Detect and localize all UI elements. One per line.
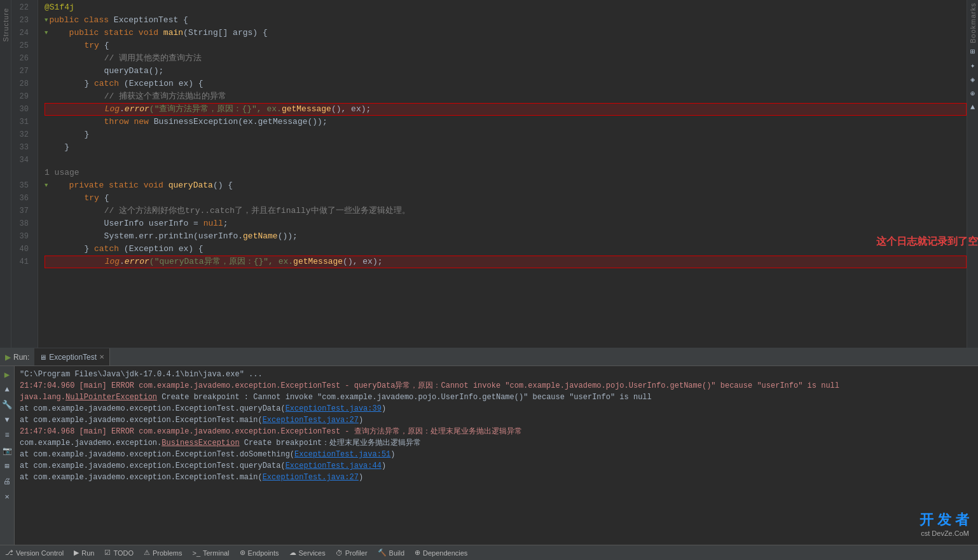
code-token: ;	[223, 217, 228, 230]
bookmark-icon-4[interactable]: ⊕	[967, 88, 979, 99]
stack-link[interactable]: ExceptionTest.java:39	[286, 404, 382, 413]
scroll-down-button[interactable]: ▼	[1, 414, 13, 426]
bookmark-icon-3[interactable]: ◈	[967, 74, 979, 85]
fold-marker[interactable]: ▼	[45, 14, 48, 27]
fold-marker[interactable]: ▼	[45, 27, 48, 39]
status-item-profiler[interactable]: ⏱Profiler	[336, 549, 368, 557]
run-tab-label: ▶ Run:	[0, 353, 34, 362]
camera-icon[interactable]: 📷	[1, 445, 13, 456]
status-item-build[interactable]: 🔨Build	[378, 549, 404, 557]
run-button[interactable]: ▶	[1, 369, 13, 380]
scroll-up-button[interactable]: ▲	[1, 384, 13, 395]
line-number: 31	[11, 116, 32, 128]
bookmark-icon[interactable]: ⊞	[967, 46, 979, 57]
run-output-line: com.example.javademo.exception.BusinessE…	[20, 437, 973, 449]
wrench-icon[interactable]: 🔧	[1, 399, 13, 411]
code-token: .	[120, 256, 125, 268]
status-item-services[interactable]: ☁Services	[289, 549, 326, 557]
stack-link[interactable]: ExceptionTest.java:44	[286, 461, 382, 470]
line-number: 23	[11, 14, 32, 27]
status-item-version-control[interactable]: ⎇Version Control	[5, 549, 64, 557]
services-label: Services	[299, 549, 326, 557]
code-token: queryData	[169, 179, 213, 192]
status-item-dependencies[interactable]: ⊕Dependencies	[415, 549, 467, 557]
stack-post: )	[382, 461, 386, 470]
close-icon[interactable]: ✕	[1, 491, 13, 502]
code-line: Log.error("查询方法异常，原因：{}", ex.getMessage(…	[45, 103, 967, 116]
line-number: 41	[11, 256, 32, 268]
code-token: () {	[213, 179, 233, 192]
run-output-line: 21:47:04.968 [main] ERROR com.example.ja…	[20, 426, 973, 437]
status-item-todo[interactable]: ☑TODO	[104, 549, 134, 557]
exception-link[interactable]: NullPointerException	[65, 393, 157, 402]
code-line: } catch (Exception ex) {	[45, 243, 967, 256]
code-line: ▼public class ExceptionTest {	[45, 14, 967, 27]
code-line: } catch (Exception ex) {	[45, 78, 967, 90]
status-item-endpoints[interactable]: ⊛Endpoints	[240, 549, 279, 557]
code-token: private	[49, 179, 109, 192]
code-line: // 捕获这个查询方法抛出的异常	[45, 90, 967, 103]
code-token: ());	[278, 230, 298, 243]
code-line: try {	[45, 192, 967, 205]
endpoints-label: Endpoints	[248, 549, 279, 557]
services-icon: ☁	[289, 549, 296, 557]
problems-label: Problems	[153, 549, 182, 557]
line-number: 36	[11, 192, 32, 205]
biz-exception-link[interactable]: BusinessException	[162, 439, 239, 447]
stack-pre: at com.example.javademo.exception.Except…	[20, 461, 286, 470]
status-item-run[interactable]: ▶Run	[74, 549, 94, 557]
bookmark-icon-2[interactable]: ✦	[967, 60, 979, 71]
code-token: 1 usage	[45, 167, 79, 179]
bookmarks-label: Bookmarks	[969, 3, 977, 43]
bookmarks-sidebar: Bookmarks ⊞ ✦ ◈ ⊕ ▲	[967, 0, 978, 348]
code-token	[45, 52, 104, 65]
status-item-terminal[interactable]: >_Terminal	[192, 549, 229, 557]
status-item-problems[interactable]: ⚠Problems	[144, 549, 182, 557]
code-line: ▼ public static void main(String[] args)…	[45, 27, 967, 39]
code-token: System.err.println(userInfo.	[45, 230, 243, 243]
print-icon[interactable]: 🖨	[1, 475, 13, 487]
filter-icon[interactable]: ≡	[1, 430, 13, 441]
structure-label: Structure	[2, 8, 10, 42]
code-token: log	[105, 256, 120, 268]
stack-link[interactable]: ExceptionTest.java:27	[263, 416, 359, 425]
code-token: }	[45, 243, 94, 256]
stack-link[interactable]: ExceptionTest.java:51	[294, 450, 390, 459]
editor-area: Structure 222324252627282930313233343536…	[0, 0, 978, 545]
stack-link[interactable]: ExceptionTest.java:27	[263, 473, 359, 482]
run-output[interactable]: "C:\Program Files\Java\jdk-17.0.4.1\bin\…	[15, 366, 978, 545]
status-bar: ⎇Version Control▶Run☑TODO⚠Problems>_Term…	[0, 545, 978, 560]
code-content[interactable]: @S1f4j▼public class ExceptionTest {▼ pub…	[38, 0, 967, 348]
code-line: @S1f4j	[45, 1, 967, 14]
code-line: 1 usage	[45, 167, 967, 179]
code-token: {	[104, 39, 109, 52]
code-token: // 这个方法刚好你也try..catch了，并且在finally中做了一些业务…	[104, 205, 410, 217]
line-number	[11, 167, 32, 179]
line-number: 30	[11, 103, 32, 116]
code-line: ▼ private static void queryData() {	[45, 179, 967, 192]
code-token: }	[45, 128, 89, 141]
bookmark-icon-5[interactable]: ▲	[967, 102, 979, 113]
build-icon: 🔨	[378, 549, 387, 557]
run-panel: ▶ Run: 🖥 ExceptionTest ✕ ▶ ▲ 🔧 ▼ ≡ 📷 ⊞ 🖨…	[0, 348, 978, 545]
line-number: 37	[11, 205, 32, 217]
code-token: {	[104, 192, 109, 205]
fold-marker[interactable]: ▼	[45, 179, 48, 192]
code-token: (), ex);	[331, 103, 371, 116]
terminal-label: Terminal	[203, 549, 230, 557]
code-token: try	[45, 39, 104, 52]
exception-class: java.lang.	[20, 393, 65, 402]
code-token: main	[163, 27, 183, 39]
code-token: catch	[94, 78, 124, 90]
code-token: static	[104, 27, 139, 39]
code-token: BusinessException	[154, 116, 238, 128]
close-tab-button[interactable]: ✕	[99, 353, 104, 360]
code-token	[45, 103, 105, 116]
line-number: 35	[11, 179, 32, 192]
biz-class-prefix: com.example.javademo.exception.	[20, 439, 162, 447]
code-token: (ex.getMessage());	[238, 116, 327, 128]
run-tab-active[interactable]: 🖥 ExceptionTest ✕	[34, 348, 110, 365]
line-number: 38	[11, 217, 32, 230]
align-icon[interactable]: ⊞	[1, 460, 13, 472]
structure-sidebar: Structure	[0, 0, 11, 348]
